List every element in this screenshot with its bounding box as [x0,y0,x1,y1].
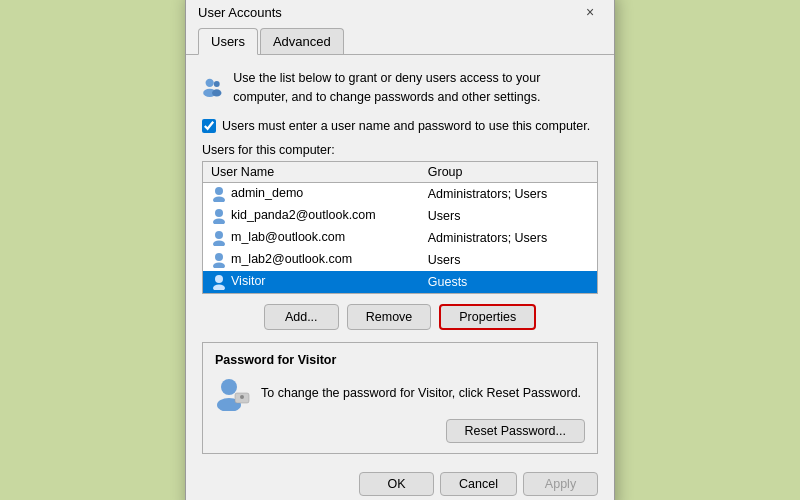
users-table: User Name Group admin_demoAdministrators… [202,161,598,294]
svg-point-6 [215,209,223,217]
cancel-button[interactable]: Cancel [440,472,517,496]
user-row-icon [211,208,231,222]
svg-point-13 [213,284,225,290]
col-group: Group [420,161,598,182]
tab-advanced[interactable]: Advanced [260,28,344,54]
group-cell: Administrators; Users [420,227,598,249]
password-user-icon [215,375,251,411]
ok-button[interactable]: OK [359,472,434,496]
password-section-title: Password for Visitor [215,353,585,367]
group-cell: Guests [420,271,598,294]
remove-button[interactable]: Remove [347,304,432,330]
group-cell: Users [420,205,598,227]
tab-content: Use the list below to grant or deny user… [186,55,614,500]
svg-point-5 [213,196,225,202]
table-row[interactable]: m_lab2@outlook.comUsers [203,249,598,271]
properties-button[interactable]: Properties [439,304,536,330]
svg-point-12 [215,275,223,283]
intro-row: Use the list below to grant or deny user… [202,69,598,107]
user-row-icon [211,186,231,200]
svg-point-8 [215,231,223,239]
password-text: To change the password for Visitor, clic… [261,386,585,400]
username-cell: m_lab2@outlook.com [203,249,420,271]
password-section: Password for Visitor To change the passw… [202,342,598,454]
reset-password-wrap: Reset Password... [215,419,585,443]
svg-point-14 [221,379,237,395]
apply-button[interactable]: Apply [523,472,598,496]
svg-point-11 [213,262,225,268]
user-row-icon [211,230,231,244]
add-button[interactable]: Add... [264,304,339,330]
username-cell: Visitor [203,271,420,294]
close-button[interactable]: × [578,0,602,24]
svg-point-3 [212,90,221,97]
must-login-checkbox[interactable] [202,119,216,133]
users-section-label: Users for this computer: [202,143,598,157]
username-cell: admin_demo [203,182,420,205]
svg-point-2 [214,81,220,87]
checkbox-row: Users must enter a user name and passwor… [202,119,598,133]
username-cell: kid_panda2@outlook.com [203,205,420,227]
svg-point-7 [213,218,225,224]
tab-bar: Users Advanced [186,24,614,55]
table-row[interactable]: kid_panda2@outlook.comUsers [203,205,598,227]
svg-point-17 [240,395,244,399]
user-accounts-dialog: User Accounts × Users Advanced Use the l… [185,0,615,500]
svg-point-0 [206,79,214,87]
table-row[interactable]: admin_demoAdministrators; Users [203,182,598,205]
username-cell: m_lab@outlook.com [203,227,420,249]
checkbox-label[interactable]: Users must enter a user name and passwor… [222,119,590,133]
users-header-icon [202,69,223,105]
user-action-buttons: Add... Remove Properties [202,304,598,330]
user-row-icon [211,252,231,266]
svg-point-9 [213,240,225,246]
table-row[interactable]: VisitorGuests [203,271,598,294]
dialog-title: User Accounts [198,5,282,20]
tab-users[interactable]: Users [198,28,258,55]
svg-point-10 [215,253,223,261]
table-row[interactable]: m_lab@outlook.comAdministrators; Users [203,227,598,249]
group-cell: Users [420,249,598,271]
user-row-icon [211,274,231,288]
col-username: User Name [203,161,420,182]
password-row: To change the password for Visitor, clic… [215,375,585,411]
footer-buttons: OK Cancel Apply [202,466,598,496]
reset-password-button[interactable]: Reset Password... [446,419,585,443]
group-cell: Administrators; Users [420,182,598,205]
intro-text: Use the list below to grant or deny user… [233,69,598,107]
title-bar: User Accounts × [186,0,614,24]
svg-point-4 [215,187,223,195]
